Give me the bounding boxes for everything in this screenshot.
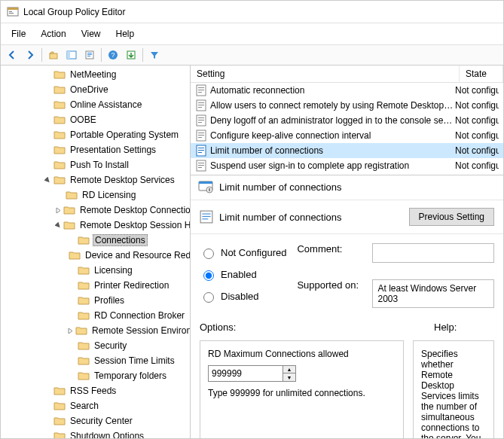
radio-enabled[interactable]: Enabled: [200, 268, 286, 281]
folder-icon: [53, 69, 66, 80]
svg-rect-32: [198, 150, 204, 151]
svg-rect-33: [198, 152, 202, 153]
radio-enabled-label: Enabled: [221, 269, 257, 280]
folder-icon: [69, 250, 81, 261]
svg-rect-29: [198, 137, 202, 138]
policy-item-icon: [195, 99, 207, 111]
tree-item-label: OneDrive: [70, 84, 108, 95]
menu-view[interactable]: View: [74, 26, 108, 42]
list-row[interactable]: Deny logoff of an administrator logged i…: [191, 113, 503, 128]
policy-item-icon: [195, 160, 207, 172]
tree-item[interactable]: RSS Feeds: [1, 383, 190, 398]
folder-icon: [78, 235, 90, 245]
list-row-state: Not configured: [455, 100, 499, 111]
tree-item[interactable]: Shutdown Options: [1, 428, 190, 438]
policy-item-icon: [195, 84, 207, 96]
right-pane: Setting State Automatic reconnectionNot …: [191, 66, 503, 438]
tree-item[interactable]: Device and Resource Redirection: [1, 248, 190, 263]
svg-rect-31: [198, 148, 204, 148]
list-row[interactable]: Automatic reconnectionNot configured: [191, 83, 503, 98]
tree-item[interactable]: NetMeeting: [1, 67, 190, 82]
tree-item[interactable]: Push To Install: [1, 157, 190, 172]
tree-item[interactable]: Connections: [1, 233, 190, 248]
radio-disabled[interactable]: Disabled: [200, 290, 286, 303]
radio-not-configured[interactable]: Not Configured: [200, 246, 286, 259]
list-row-state: Not configured: [455, 130, 499, 141]
dialog-sub-header: Limit number of connections Previous Set…: [191, 200, 503, 234]
tree-item[interactable]: Profiles: [1, 293, 190, 308]
svg-rect-24: [198, 120, 204, 120]
help-button[interactable]: ?: [105, 47, 121, 63]
tree-item[interactable]: OneDrive: [1, 82, 190, 97]
tree-item-label: Licensing: [94, 265, 133, 276]
properties-button[interactable]: [81, 47, 98, 63]
filter-button[interactable]: [146, 47, 163, 63]
svg-rect-1: [8, 8, 18, 10]
tree-item[interactable]: Remote Desktop Services: [1, 172, 190, 187]
show-hide-tree-button[interactable]: [63, 47, 80, 63]
tree-item[interactable]: Printer Redirection: [1, 278, 190, 293]
column-setting[interactable]: Setting: [191, 66, 460, 82]
dialog-header: Limit number of connections: [191, 175, 503, 198]
tree-pane[interactable]: NetMeetingOneDriveOnline AssistanceOOBEP…: [1, 66, 191, 438]
collapse-icon[interactable]: [43, 177, 52, 184]
tree-item[interactable]: Temporary folders: [1, 368, 190, 383]
tree-item[interactable]: Licensing: [1, 263, 190, 278]
tree-item-label: Push To Install: [70, 160, 129, 170]
list-row[interactable]: Suspend user sign-in to complete app reg…: [191, 158, 503, 173]
menu-help[interactable]: Help: [108, 26, 142, 42]
radio-group: Not Configured Enabled Disabled: [200, 243, 286, 308]
spin-up-button[interactable]: ▲: [283, 366, 295, 373]
tree-item[interactable]: Remote Desktop Connection Client: [1, 203, 190, 218]
list-body[interactable]: Automatic reconnectionNot configuredAllo…: [191, 83, 503, 173]
radio-not-configured-input[interactable]: [203, 248, 214, 259]
collapse-icon[interactable]: [55, 222, 62, 229]
list-row-setting: Deny logoff of an administrator logged i…: [210, 115, 455, 126]
toolbar-separator: [142, 48, 143, 62]
tree-item[interactable]: Presentation Settings: [1, 142, 190, 157]
expand-icon[interactable]: [55, 207, 62, 214]
tree-item[interactable]: RD Licensing: [1, 187, 190, 203]
expand-icon[interactable]: [67, 328, 74, 334]
svg-rect-15: [198, 87, 204, 88]
export-button[interactable]: [123, 47, 139, 63]
radio-enabled-input[interactable]: [203, 270, 214, 281]
list-row[interactable]: Allow users to connect remotely by using…: [191, 98, 503, 113]
tree-item[interactable]: Security: [1, 338, 190, 353]
previous-setting-button[interactable]: Previous Setting: [409, 208, 494, 226]
max-connections-input[interactable]: [208, 365, 283, 382]
folder-icon: [53, 160, 66, 170]
back-button[interactable]: [4, 47, 20, 63]
svg-rect-43: [202, 214, 210, 215]
tree-item[interactable]: Online Assistance: [1, 97, 190, 112]
app-icon: [7, 6, 19, 18]
folder-icon: [78, 295, 90, 306]
forward-button[interactable]: [22, 47, 38, 63]
menu-file[interactable]: File: [4, 26, 33, 42]
list-row[interactable]: Configure keep-alive connection interval…: [191, 128, 503, 143]
list-row[interactable]: Limit number of connectionsNot configure…: [191, 143, 503, 158]
tree-item[interactable]: Remote Desktop Session Host: [1, 218, 190, 233]
tree-item[interactable]: RD Connection Broker: [1, 308, 190, 323]
tree-item[interactable]: Security Center: [1, 413, 190, 428]
column-state[interactable]: State: [460, 66, 503, 82]
menu-action[interactable]: Action: [33, 26, 73, 42]
list-row-state: Not configured: [455, 85, 499, 96]
tree-item[interactable]: OOBE: [1, 112, 190, 127]
tree-item-label: Temporary folders: [94, 370, 166, 381]
option-field-label: RD Maximum Connections allowed: [208, 349, 396, 359]
policy-icon: [198, 179, 213, 194]
tree-item[interactable]: Search: [1, 398, 190, 413]
comment-field[interactable]: [372, 243, 494, 263]
main-window: Local Group Policy Editor File Action Vi…: [0, 0, 504, 439]
tree-item[interactable]: Session Time Limits: [1, 353, 190, 368]
spin-down-button[interactable]: ▼: [283, 373, 295, 381]
folder-icon: [78, 340, 90, 351]
folder-icon: [66, 190, 78, 200]
tree-item[interactable]: Remote Session Environment: [1, 323, 190, 338]
radio-disabled-input[interactable]: [203, 292, 214, 303]
toolbar-separator: [101, 48, 102, 62]
up-button[interactable]: [45, 47, 62, 63]
policy-item-icon: [200, 210, 213, 224]
tree-item[interactable]: Portable Operating System: [1, 127, 190, 142]
